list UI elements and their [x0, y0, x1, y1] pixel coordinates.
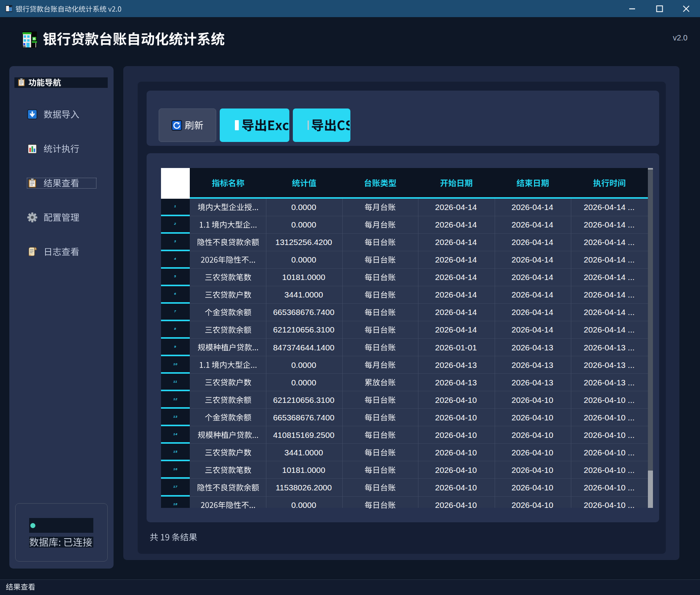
- svg-text:B: B: [33, 37, 36, 41]
